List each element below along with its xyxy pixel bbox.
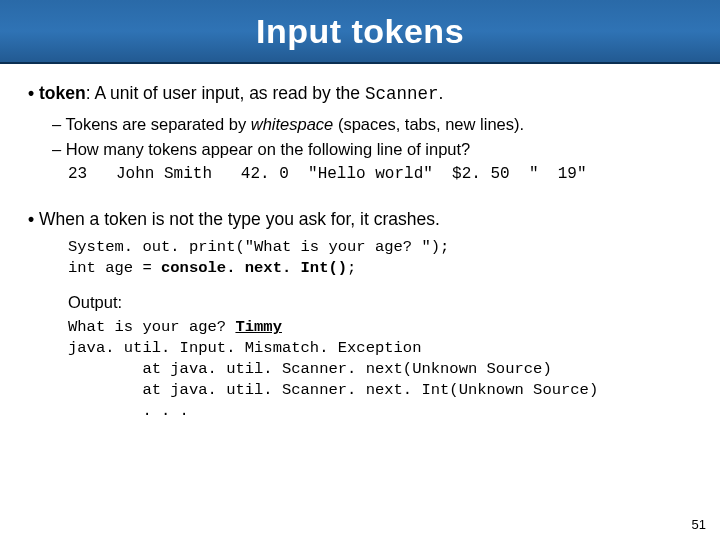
code-line-2c: ; — [347, 259, 356, 277]
code-token-example: 23 John Smith 42. 0 "Hello world" $2. 50… — [68, 164, 692, 186]
code-line-2b: console. next. Int() — [161, 259, 347, 277]
text: . — [438, 83, 443, 103]
bullet-token-def: token: A unit of user input, as read by … — [28, 82, 692, 186]
out-line-1a: What is your age? — [68, 318, 235, 336]
output-block: What is your age? Timmy java. util. Inpu… — [68, 317, 692, 422]
em-whitespace: whitespace — [251, 115, 334, 133]
text: A unit of user input, as read by the — [94, 83, 364, 103]
sub-bullet-list: Tokens are separated by whitespace (spac… — [52, 113, 692, 161]
sub-bullet-whitespace: Tokens are separated by whitespace (spac… — [52, 113, 692, 135]
code-crash-example: System. out. print("What is your age? ")… — [68, 237, 692, 279]
bullet-list: token: A unit of user input, as read by … — [28, 82, 692, 422]
sub-bullet-question: How many tokens appear on the following … — [52, 138, 692, 160]
bullet-crash: When a token is not the type you ask for… — [28, 208, 692, 422]
text: (spaces, tabs, new lines). — [333, 115, 524, 133]
code-line-1: System. out. print("What is your age? ")… — [68, 238, 449, 256]
out-user-input: Timmy — [235, 318, 282, 336]
slide-title: Input tokens — [256, 12, 464, 51]
out-line-3: at java. util. Scanner. next(Unknown Sou… — [68, 360, 552, 378]
page-number: 51 — [692, 517, 706, 532]
term-token: token — [39, 83, 86, 103]
slide-content: token: A unit of user input, as read by … — [0, 64, 720, 422]
code-line-2a: int age = — [68, 259, 161, 277]
text: How many tokens appear on the following … — [66, 140, 471, 158]
title-bar: Input tokens — [0, 0, 720, 64]
out-line-2: java. util. Input. Mismatch. Exception — [68, 339, 421, 357]
text: When a token is not the type you ask for… — [39, 209, 440, 229]
text: Tokens are separated by — [65, 115, 250, 133]
output-label: Output: — [68, 291, 692, 313]
out-line-5: . . . — [68, 402, 189, 420]
out-line-4: at java. util. Scanner. next. Int(Unknow… — [68, 381, 598, 399]
slide: Input tokens token: A unit of user input… — [0, 0, 720, 540]
code-scanner: Scanner — [365, 84, 439, 104]
